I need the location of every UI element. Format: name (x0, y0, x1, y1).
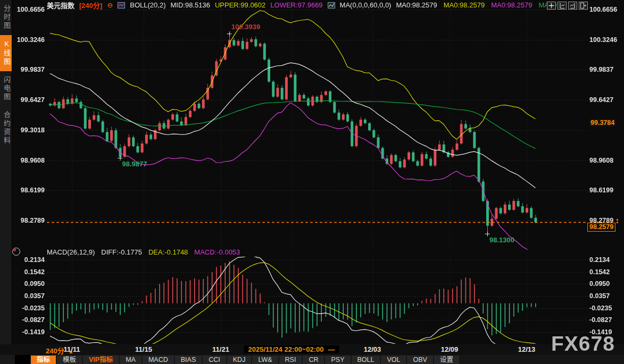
date-label: 11/21 (212, 345, 229, 353)
toolbar-button-CR[interactable]: CR (303, 355, 324, 364)
boll-label: BOLL(20,2) (130, 1, 165, 9)
boll-lower-value: LOWER:97.9669 (270, 1, 322, 9)
y-axis-label: 98.6199 (12, 187, 45, 194)
y-axis-label: 99.6427 (589, 96, 613, 104)
watermark: FX678 (551, 332, 615, 355)
x-axis-row: 240分 ▲ 11/1111/1511/212025/11/24 22:00~0… (0, 344, 624, 355)
y-axis-label: 99.6427 (12, 96, 45, 104)
symbol-title: 美元指数 (47, 0, 74, 10)
corner-block (15, 355, 30, 364)
highlighted-date-label: 2025/11/24 22:00~02:00— (244, 345, 339, 353)
toolbar-button-LW&[interactable]: LW& (252, 355, 278, 364)
y-axis-label: 0.0357 (589, 292, 610, 300)
y-axis-label: 100.3246 (589, 36, 617, 44)
y-axis-label: 0.2134 (589, 256, 610, 264)
date-label: 12/03 (364, 345, 381, 353)
y-axis-label: -0.0827 (589, 316, 612, 324)
toolbar-button-模板[interactable]: 模板 (57, 355, 82, 364)
date-label: 11/15 (135, 345, 152, 353)
y-axis-label: 98.9608 (589, 157, 613, 164)
toolbar-button-设置[interactable]: 设置 (434, 355, 459, 364)
sidebar-tab-1[interactable]: 分时图 (0, 0, 12, 35)
price-up-arrows-icon: ▲▲ (615, 218, 619, 223)
y-axis-label: 98.9608 (12, 157, 45, 164)
macd-params-label: MACD(26,12,9) (47, 248, 95, 256)
macd-macd-value: MACD:-0.0053 (194, 248, 240, 256)
toolbar-button-VIP指标[interactable]: VIP指标 (83, 355, 119, 364)
y-axis-label: -0.0827 (12, 316, 45, 324)
last-price-badge: 98.2579 (587, 223, 615, 232)
toolbar-button-MA[interactable]: MA (120, 355, 142, 364)
y-axis-label: 99.3018 (12, 126, 45, 134)
chart-application: 分时图K线图闪电图合约资料 美元指数 [240分] ⊖ BOLL(20,2) M… (0, 0, 624, 364)
timeframe-badge: [240分] (79, 0, 102, 10)
toolbar-button-RSI[interactable]: RSI (279, 355, 302, 364)
ma-value: MA0:98.2579 (491, 1, 532, 9)
y-axis-label: -0.0235 (12, 304, 45, 312)
y-axis-label: 99.9837 (12, 66, 45, 73)
boll-mid-value: MID:98.5136 (170, 1, 210, 9)
ma-label: MA(0,0,0,60,0,0) (340, 1, 392, 9)
sidebar-tab-3[interactable]: 闪电图 (0, 71, 12, 106)
toolbar-button-OBV[interactable]: OBV (407, 355, 432, 364)
boll-upper-value: UPPER:99.0602 (215, 1, 265, 9)
boll-indicator-icon[interactable] (118, 2, 125, 9)
macd-header: MACD(26,12,9) DIFF:-0.1775 DEA:-0.1748 M… (47, 248, 240, 256)
ma-value: MA0:98.2579 (396, 1, 437, 9)
chart-canvas[interactable] (0, 0, 624, 364)
chart-header: 美元指数 [240分] ⊖ BOLL(20,2) MID:98.5136 UPP… (47, 1, 562, 10)
y-axis-label: -0.1419 (12, 328, 45, 336)
toolbar-button-KDJ[interactable]: KDJ (227, 355, 252, 364)
toolbar-button-VOL[interactable]: VOL (381, 355, 406, 364)
move-icon[interactable] (547, 2, 556, 10)
toolbar-button-PSY[interactable]: PSY (325, 355, 350, 364)
window-controls (547, 2, 588, 10)
y-axis-label: 98.6199 (589, 187, 613, 194)
reference-price-badge: 99.3784 (589, 119, 615, 126)
ma-indicator-icon[interactable] (328, 2, 335, 9)
collapse-icon[interactable]: ⊖ (107, 1, 113, 9)
y-axis-label: 0.0357 (12, 292, 45, 300)
toolbar-button-指标[interactable]: 指标 (31, 355, 56, 364)
ma-values: MA0:98.2579MA0:98.2579MA0:98.2579MA60:9 (396, 1, 562, 9)
y-axis-label: 98.2789 (12, 217, 45, 224)
macd-pane-toggle-icon[interactable] (12, 248, 20, 256)
toolbar-button-CCI[interactable]: CCI (203, 355, 226, 364)
date-label: 12/09 (441, 345, 459, 353)
y-axis-label: 100.3246 (12, 36, 45, 44)
macd-dea-value: DEA:-0.1748 (148, 248, 188, 256)
ma-value: MA0:98.2579 (444, 1, 485, 9)
y-axis-label: 100.6656 (589, 6, 617, 13)
timeframe-selector-label: 240分 (46, 347, 64, 355)
y-axis-label: -0.0235 (589, 304, 612, 312)
collapse-pane-icon[interactable] (579, 2, 588, 10)
y-axis-label: 0.1542 (589, 268, 610, 276)
sidebar: 分时图K线图闪电图合约资料 (0, 0, 12, 344)
toolbar-button-BIAS[interactable]: BIAS (175, 355, 202, 364)
y-axis-label: 0.0950 (12, 280, 45, 287)
macd-diff-value: DIFF:-0.1775 (101, 248, 142, 256)
scale-left-axis-icon[interactable] (558, 2, 567, 10)
toolbar-button-MACD[interactable]: MACD (143, 355, 174, 364)
sidebar-tab-4[interactable]: 合约资料 (0, 106, 12, 150)
toolbar-button-BOLL[interactable]: BOLL (352, 355, 380, 364)
date-label: 11/11 (63, 345, 80, 353)
scale-right-axis-icon[interactable] (568, 2, 577, 10)
date-label: 12/13 (518, 345, 536, 353)
y-axis-label: 0.2134 (12, 256, 45, 264)
toolbar-spacer (0, 355, 15, 364)
y-axis-label: 0.0950 (589, 280, 610, 287)
y-axis-label: 100.6656 (12, 6, 45, 13)
y-axis-label: 99.9837 (589, 66, 613, 73)
y-axis-label: 0.1542 (12, 268, 45, 276)
indicator-toolbar: 指标模板VIP指标MAMACDBIASCCIKDJLW&RSICRPSYBOLL… (0, 355, 624, 364)
sidebar-tab-2[interactable]: K线图 (0, 35, 12, 71)
